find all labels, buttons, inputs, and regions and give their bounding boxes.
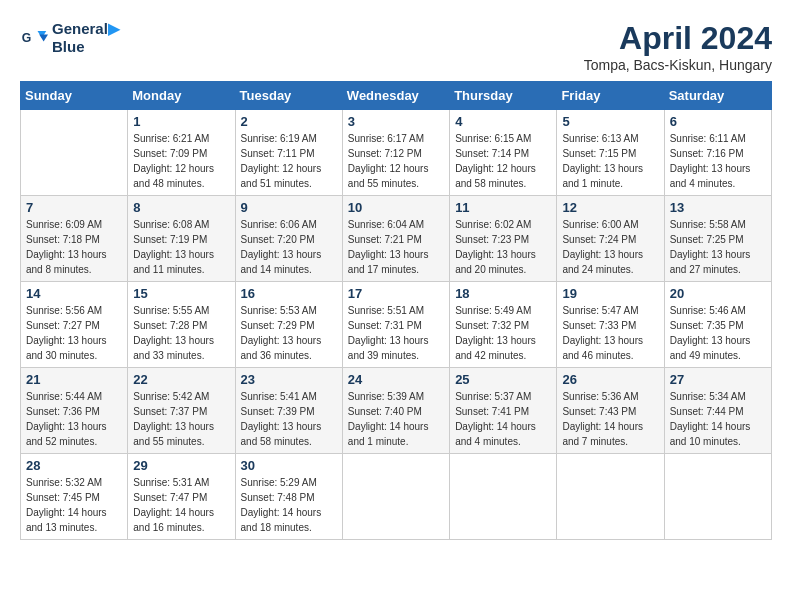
calendar-week-row: 7Sunrise: 6:09 AMSunset: 7:18 PMDaylight… [21, 196, 772, 282]
day-number: 14 [26, 286, 122, 301]
day-number: 2 [241, 114, 337, 129]
calendar-cell: 6Sunrise: 6:11 AMSunset: 7:16 PMDaylight… [664, 110, 771, 196]
day-number: 19 [562, 286, 658, 301]
day-number: 21 [26, 372, 122, 387]
calendar-cell: 22Sunrise: 5:42 AMSunset: 7:37 PMDayligh… [128, 368, 235, 454]
day-info: Sunrise: 6:09 AMSunset: 7:18 PMDaylight:… [26, 217, 122, 277]
day-info: Sunrise: 5:39 AMSunset: 7:40 PMDaylight:… [348, 389, 444, 449]
calendar-cell: 10Sunrise: 6:04 AMSunset: 7:21 PMDayligh… [342, 196, 449, 282]
day-info: Sunrise: 6:08 AMSunset: 7:19 PMDaylight:… [133, 217, 229, 277]
day-number: 28 [26, 458, 122, 473]
day-number: 8 [133, 200, 229, 215]
calendar-cell: 9Sunrise: 6:06 AMSunset: 7:20 PMDaylight… [235, 196, 342, 282]
day-number: 26 [562, 372, 658, 387]
day-number: 25 [455, 372, 551, 387]
calendar-week-row: 14Sunrise: 5:56 AMSunset: 7:27 PMDayligh… [21, 282, 772, 368]
day-info: Sunrise: 5:56 AMSunset: 7:27 PMDaylight:… [26, 303, 122, 363]
calendar-cell: 8Sunrise: 6:08 AMSunset: 7:19 PMDaylight… [128, 196, 235, 282]
day-info: Sunrise: 5:32 AMSunset: 7:45 PMDaylight:… [26, 475, 122, 535]
calendar-cell: 14Sunrise: 5:56 AMSunset: 7:27 PMDayligh… [21, 282, 128, 368]
day-number: 3 [348, 114, 444, 129]
day-info: Sunrise: 5:34 AMSunset: 7:44 PMDaylight:… [670, 389, 766, 449]
day-number: 23 [241, 372, 337, 387]
calendar-cell: 11Sunrise: 6:02 AMSunset: 7:23 PMDayligh… [450, 196, 557, 282]
day-number: 30 [241, 458, 337, 473]
calendar-cell: 20Sunrise: 5:46 AMSunset: 7:35 PMDayligh… [664, 282, 771, 368]
calendar-week-row: 28Sunrise: 5:32 AMSunset: 7:45 PMDayligh… [21, 454, 772, 540]
day-info: Sunrise: 5:36 AMSunset: 7:43 PMDaylight:… [562, 389, 658, 449]
calendar-cell: 2Sunrise: 6:19 AMSunset: 7:11 PMDaylight… [235, 110, 342, 196]
day-number: 22 [133, 372, 229, 387]
weekday-header: Monday [128, 82, 235, 110]
calendar-cell: 5Sunrise: 6:13 AMSunset: 7:15 PMDaylight… [557, 110, 664, 196]
day-number: 20 [670, 286, 766, 301]
day-info: Sunrise: 6:04 AMSunset: 7:21 PMDaylight:… [348, 217, 444, 277]
day-info: Sunrise: 5:29 AMSunset: 7:48 PMDaylight:… [241, 475, 337, 535]
day-info: Sunrise: 5:42 AMSunset: 7:37 PMDaylight:… [133, 389, 229, 449]
day-number: 1 [133, 114, 229, 129]
calendar-cell: 28Sunrise: 5:32 AMSunset: 7:45 PMDayligh… [21, 454, 128, 540]
day-number: 6 [670, 114, 766, 129]
calendar-cell: 26Sunrise: 5:36 AMSunset: 7:43 PMDayligh… [557, 368, 664, 454]
weekday-header: Sunday [21, 82, 128, 110]
calendar-cell: 25Sunrise: 5:37 AMSunset: 7:41 PMDayligh… [450, 368, 557, 454]
calendar-cell [450, 454, 557, 540]
calendar-cell [21, 110, 128, 196]
calendar-cell: 23Sunrise: 5:41 AMSunset: 7:39 PMDayligh… [235, 368, 342, 454]
day-info: Sunrise: 6:13 AMSunset: 7:15 PMDaylight:… [562, 131, 658, 191]
day-number: 24 [348, 372, 444, 387]
location: Tompa, Bacs-Kiskun, Hungary [584, 57, 772, 73]
day-info: Sunrise: 6:15 AMSunset: 7:14 PMDaylight:… [455, 131, 551, 191]
weekday-header: Friday [557, 82, 664, 110]
calendar-cell: 15Sunrise: 5:55 AMSunset: 7:28 PMDayligh… [128, 282, 235, 368]
calendar-table: SundayMondayTuesdayWednesdayThursdayFrid… [20, 81, 772, 540]
calendar-cell [342, 454, 449, 540]
calendar-week-row: 1Sunrise: 6:21 AMSunset: 7:09 PMDaylight… [21, 110, 772, 196]
day-number: 18 [455, 286, 551, 301]
day-number: 12 [562, 200, 658, 215]
day-info: Sunrise: 6:06 AMSunset: 7:20 PMDaylight:… [241, 217, 337, 277]
day-info: Sunrise: 5:55 AMSunset: 7:28 PMDaylight:… [133, 303, 229, 363]
calendar-cell: 13Sunrise: 5:58 AMSunset: 7:25 PMDayligh… [664, 196, 771, 282]
logo-text: General▶ Blue [52, 20, 120, 56]
calendar-cell: 18Sunrise: 5:49 AMSunset: 7:32 PMDayligh… [450, 282, 557, 368]
weekday-header: Saturday [664, 82, 771, 110]
day-info: Sunrise: 6:11 AMSunset: 7:16 PMDaylight:… [670, 131, 766, 191]
calendar-cell: 16Sunrise: 5:53 AMSunset: 7:29 PMDayligh… [235, 282, 342, 368]
day-number: 29 [133, 458, 229, 473]
day-info: Sunrise: 6:00 AMSunset: 7:24 PMDaylight:… [562, 217, 658, 277]
day-info: Sunrise: 6:17 AMSunset: 7:12 PMDaylight:… [348, 131, 444, 191]
calendar-cell: 12Sunrise: 6:00 AMSunset: 7:24 PMDayligh… [557, 196, 664, 282]
weekday-header: Wednesday [342, 82, 449, 110]
calendar-week-row: 21Sunrise: 5:44 AMSunset: 7:36 PMDayligh… [21, 368, 772, 454]
logo-icon: G [20, 24, 48, 52]
svg-text:G: G [22, 31, 32, 45]
day-info: Sunrise: 5:41 AMSunset: 7:39 PMDaylight:… [241, 389, 337, 449]
day-number: 10 [348, 200, 444, 215]
calendar-cell: 3Sunrise: 6:17 AMSunset: 7:12 PMDaylight… [342, 110, 449, 196]
calendar-cell: 4Sunrise: 6:15 AMSunset: 7:14 PMDaylight… [450, 110, 557, 196]
day-number: 4 [455, 114, 551, 129]
day-number: 16 [241, 286, 337, 301]
day-info: Sunrise: 5:37 AMSunset: 7:41 PMDaylight:… [455, 389, 551, 449]
day-info: Sunrise: 5:49 AMSunset: 7:32 PMDaylight:… [455, 303, 551, 363]
month-title: April 2024 [584, 20, 772, 57]
day-info: Sunrise: 6:21 AMSunset: 7:09 PMDaylight:… [133, 131, 229, 191]
day-number: 13 [670, 200, 766, 215]
day-info: Sunrise: 5:46 AMSunset: 7:35 PMDaylight:… [670, 303, 766, 363]
weekday-header: Tuesday [235, 82, 342, 110]
calendar-cell: 27Sunrise: 5:34 AMSunset: 7:44 PMDayligh… [664, 368, 771, 454]
calendar-cell: 21Sunrise: 5:44 AMSunset: 7:36 PMDayligh… [21, 368, 128, 454]
day-number: 27 [670, 372, 766, 387]
day-info: Sunrise: 6:02 AMSunset: 7:23 PMDaylight:… [455, 217, 551, 277]
day-info: Sunrise: 5:51 AMSunset: 7:31 PMDaylight:… [348, 303, 444, 363]
day-number: 15 [133, 286, 229, 301]
day-number: 7 [26, 200, 122, 215]
day-info: Sunrise: 5:53 AMSunset: 7:29 PMDaylight:… [241, 303, 337, 363]
svg-marker-2 [39, 35, 48, 42]
calendar-cell [557, 454, 664, 540]
calendar-cell: 1Sunrise: 6:21 AMSunset: 7:09 PMDaylight… [128, 110, 235, 196]
title-section: April 2024 Tompa, Bacs-Kiskun, Hungary [584, 20, 772, 73]
weekday-header: Thursday [450, 82, 557, 110]
calendar-cell: 7Sunrise: 6:09 AMSunset: 7:18 PMDaylight… [21, 196, 128, 282]
